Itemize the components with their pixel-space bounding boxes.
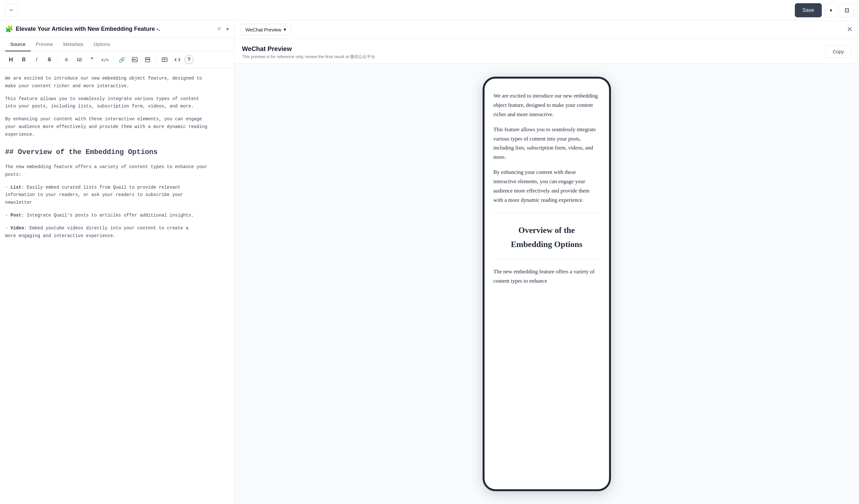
editor-paragraph-3: By enhancing your content with these int… — [5, 116, 229, 138]
bold-button[interactable]: B — [18, 54, 30, 65]
preview-subtitle: This preview is for reference only, revi… — [242, 54, 820, 60]
back-button[interactable]: ← — [5, 4, 18, 17]
stack-button[interactable] — [142, 54, 153, 65]
preview-header-text: WeChat Preview This preview is for refer… — [242, 45, 820, 60]
editor-list-item-2: - Post: Integrate Quail's posts to artic… — [5, 212, 229, 219]
table-button[interactable] — [159, 54, 170, 65]
tab-preview[interactable]: Preview — [31, 37, 58, 51]
editor-heading: ## Overview of the Embedding Options — [5, 146, 229, 158]
tab-metadata[interactable]: Metadata — [58, 37, 89, 51]
save-dropdown-button[interactable]: ▾ — [824, 3, 837, 17]
code-button[interactable]: </> — [99, 54, 111, 65]
phone-content: We are excited to introduce our new embe… — [494, 91, 600, 286]
article-icon: 🧩 — [5, 25, 13, 33]
preview-top-bar: WeChat Preview ▾ ✕ — [234, 20, 859, 39]
editor-paragraph-4: The new embedding feature offers a varie… — [5, 163, 229, 179]
ordered-list-button[interactable]: 1. — [74, 54, 85, 65]
phone-frame: We are excited to introduce our new embe… — [483, 77, 611, 491]
svg-rect-6 — [145, 60, 150, 62]
tab-source[interactable]: Source — [5, 37, 31, 51]
italic-button[interactable]: I — [31, 54, 42, 65]
editor-paragraph-1: We are excited to introduce our new embe… — [5, 75, 229, 90]
preview-title: WeChat Preview — [242, 45, 820, 52]
editor-tabs: Source Preview Metadata Options — [0, 37, 234, 51]
phone-paragraph-4: The new embedding feature offers a varie… — [494, 267, 600, 286]
svg-rect-7 — [145, 58, 150, 59]
preview-selector-chevron: ▾ — [284, 27, 286, 32]
article-title: Elevate Your Articles with New Embedding… — [16, 26, 212, 32]
tab-options[interactable]: Options — [88, 37, 115, 51]
toolbar-divider-1 — [58, 56, 58, 63]
article-chevron-button[interactable]: ▾ — [226, 26, 229, 32]
phone-section-title: Overview of theEmbedding Options — [494, 223, 600, 251]
top-bar: ← Save ▾ ⊡ — [0, 0, 859, 20]
link-button[interactable]: 🔗 — [116, 54, 128, 65]
preview-header: WeChat Preview This preview is for refer… — [234, 39, 859, 64]
toolbar-divider-2 — [113, 56, 114, 63]
phone-paragraph-3: By enhancing your content with these int… — [494, 168, 600, 205]
preview-close-button[interactable]: ✕ — [847, 25, 853, 34]
help-button[interactable]: ? — [184, 55, 194, 64]
unordered-list-button[interactable]: ≡ — [61, 54, 72, 65]
preview-selector-label: WeChat Preview — [245, 27, 281, 32]
image-button[interactable] — [129, 54, 140, 65]
svg-rect-8 — [162, 58, 167, 62]
blockquote-button[interactable]: " — [86, 54, 98, 65]
layout-toggle-button[interactable]: ⊡ — [840, 3, 854, 17]
article-title-bar: 🧩 Elevate Your Articles with New Embeddi… — [0, 20, 234, 37]
editor-toolbar: H B I S ≡ 1. " </> 🔗 — [0, 51, 234, 68]
preview-content: We are excited to introduce our new embe… — [234, 64, 859, 504]
toolbar-divider-3 — [156, 56, 156, 63]
editor-content[interactable]: We are excited to introduce our new embe… — [0, 68, 234, 504]
phone-paragraph-2: This feature allows you to seamlessly in… — [494, 125, 600, 162]
embed-button[interactable] — [172, 54, 183, 65]
copy-button[interactable]: Copy — [825, 45, 851, 58]
phone-paragraph-1: We are excited to introduce our new embe… — [494, 91, 600, 119]
phone-separator — [494, 213, 600, 213]
heading-button[interactable]: H — [5, 54, 17, 65]
editor-panel: 🧩 Elevate Your Articles with New Embeddi… — [0, 20, 234, 504]
preview-selector[interactable]: WeChat Preview ▾ — [241, 24, 291, 35]
strikethrough-button[interactable]: S — [44, 54, 55, 65]
phone-separator-2 — [494, 259, 600, 260]
save-button[interactable]: Save — [795, 3, 822, 17]
editor-list-item-3: - Video: Embed youtube videos directly i… — [5, 225, 229, 240]
main-area: 🧩 Elevate Your Articles with New Embeddi… — [0, 20, 859, 504]
clear-title-button[interactable]: ✕ — [215, 25, 224, 33]
preview-panel: WeChat Preview ▾ ✕ WeChat Preview This p… — [234, 20, 859, 504]
editor-paragraph-2: This feature allows you to seamlessly in… — [5, 95, 229, 111]
editor-list-item-1: - List: Easily embed curated lists from … — [5, 184, 229, 207]
